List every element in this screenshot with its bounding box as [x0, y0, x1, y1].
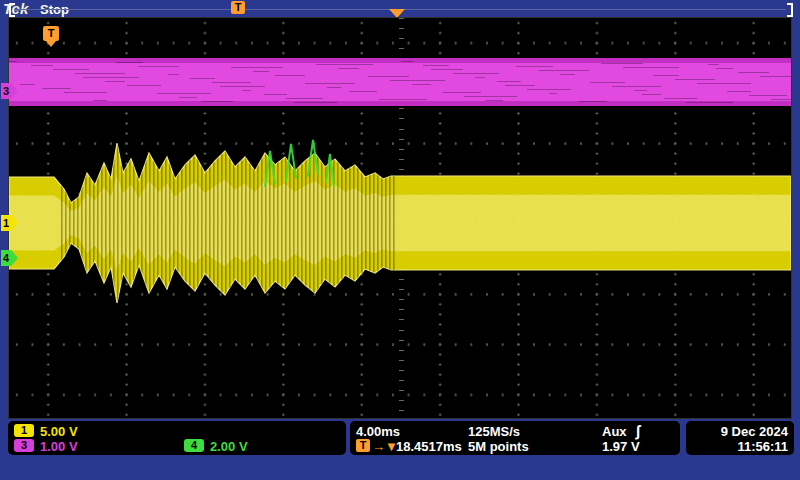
aux-trigger-label: Aux [602, 424, 627, 439]
ch3-scale-readout: 1.00 V [40, 439, 78, 454]
timebase-readout: 4.00ms [356, 424, 400, 439]
trigger-slope-icon: ∫ [636, 422, 640, 439]
sample-rate-readout: 125MS/s [468, 424, 520, 439]
oscilloscope-screen: Tek Stop T T 3 1 4 1 5.00 V 3 1.00 V 4 2… [0, 0, 800, 480]
trigger-source-badge-tail-icon [46, 41, 56, 47]
trigger-level-readout: 1.97 V [602, 439, 640, 454]
record-trigger-marker: T [231, 1, 245, 14]
ch1-badge: 1 [14, 424, 34, 437]
trigger-delay-readout: 18.4517ms [396, 439, 462, 454]
time-readout: 11:56:11 [737, 439, 788, 454]
record-view-right-bracket-icon [787, 3, 793, 17]
horizontal-trigger-readout-box: 4.00ms 125MS/s Aux ∫ T →▼ 18.4517ms 5M p… [350, 421, 680, 455]
ch4-scale-readout: 2.00 V [210, 439, 248, 454]
record-length-readout: 5M points [468, 439, 529, 454]
datetime-box: 9 Dec 2024 11:56:11 [686, 421, 794, 455]
channel-readout-box: 1 5.00 V 3 1.00 V 4 2.00 V [8, 421, 346, 455]
waveform-layer [9, 18, 791, 418]
ch3-badge: 3 [14, 439, 34, 452]
date-readout: 9 Dec 2024 [721, 424, 788, 439]
ch1-scale-readout: 5.00 V [40, 424, 78, 439]
trigger-delay-arrow-icon: →▼ [372, 439, 398, 454]
ch4-badge: 4 [184, 439, 204, 452]
graticule: T 3 1 4 [8, 17, 792, 419]
record-view-left-bracket-icon [9, 3, 15, 17]
trigger-badge: T [356, 439, 370, 452]
trigger-source-badge: T [43, 26, 59, 41]
